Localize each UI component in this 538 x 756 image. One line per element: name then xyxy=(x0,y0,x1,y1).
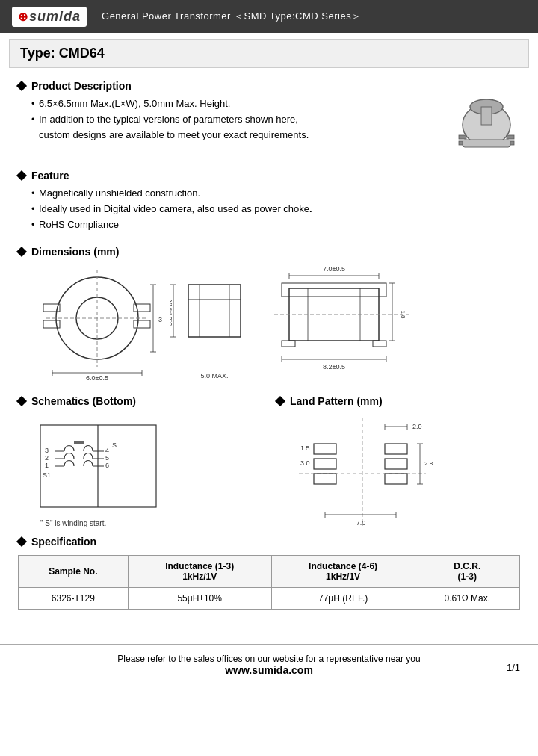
svg-rect-74 xyxy=(314,459,336,469)
col-inductance-2: Inductance (4-6)1kHz/1V xyxy=(271,556,415,588)
svg-rect-73 xyxy=(314,444,336,454)
svg-rect-3 xyxy=(459,135,466,139)
svg-rect-39 xyxy=(373,341,386,347)
svg-text:7.0±0.5: 7.0±0.5 xyxy=(323,265,345,273)
svg-text:2: 2 xyxy=(45,454,49,462)
diamond-icon-2 xyxy=(16,170,27,181)
page-footer: Please refer to the sales offices on our… xyxy=(0,644,538,682)
cell-dcr: 0.61Ω Max. xyxy=(415,588,519,610)
product-description-section: Product Description 6.5×6.5mm Max.(L×W),… xyxy=(18,80,520,156)
svg-text:5.0 MAX.: 5.0 MAX. xyxy=(200,372,228,379)
cell-inductance-1: 55μH±10% xyxy=(128,588,271,610)
component-image xyxy=(453,96,520,156)
specification-table: Sample No. Inductance (1-3)1kHz/1V Induc… xyxy=(18,555,520,610)
svg-text:S: S xyxy=(112,441,117,449)
svg-text:6.0±0.5: 6.0±0.5 xyxy=(86,374,108,382)
svg-rect-77 xyxy=(385,459,407,469)
svg-text:1: 1 xyxy=(45,462,49,469)
col-dcr: D.C.R.(1-3) xyxy=(415,556,519,588)
dimensions-front-view: 7.0±0.5 1.8 8.2±0.5 xyxy=(267,262,416,382)
svg-text:6: 6 xyxy=(105,462,109,469)
land-pattern-header: Land Pattern (mm) xyxy=(276,395,520,407)
svg-text:1.8: 1.8 xyxy=(400,311,406,320)
product-description-title: Product Description xyxy=(31,80,132,92)
svg-text:7.0: 7.0 xyxy=(356,519,366,527)
svg-text:8.2±0.5: 8.2±0.5 xyxy=(323,363,345,371)
footer-note: Please refer to the sales offices on our… xyxy=(117,654,420,664)
specification-section: Specification Sample No. Inductance (1-3… xyxy=(18,536,520,610)
svg-text:4: 4 xyxy=(105,447,109,454)
svg-rect-7 xyxy=(463,140,510,147)
page-header: ⊕ sumida General Power Transformer ＜SMD … xyxy=(0,0,538,33)
product-desc-item-1: 6.5×6.5mm Max.(L×W), 5.0mm Max. Height. xyxy=(31,96,438,112)
diamond-icon-6 xyxy=(16,536,27,547)
table-header-row: Sample No. Inductance (1-3)1kHz/1V Induc… xyxy=(19,556,520,588)
svg-text:S1: S1 xyxy=(43,471,51,479)
dimensions-header: Dimensions (mm) xyxy=(18,246,520,258)
specification-title: Specification xyxy=(31,536,96,548)
col-sample: Sample No. xyxy=(19,556,129,588)
cell-inductance-2: 77μH (REF.) xyxy=(271,588,415,610)
product-description-body: 6.5×6.5mm Max.(L×W), 5.0mm Max. Height. … xyxy=(31,96,438,143)
svg-text:3.0: 3.0 xyxy=(300,459,310,467)
product-description-row: 6.5×6.5mm Max.(L×W), 5.0mm Max. Height. … xyxy=(18,96,520,156)
dimensions-section: Dimensions (mm) xyxy=(18,246,520,382)
schematics-section: Schematics (Bottom) xyxy=(18,395,262,536)
svg-rect-24 xyxy=(188,285,241,337)
svg-text:1.5: 1.5 xyxy=(300,444,310,452)
diamond-icon-5 xyxy=(275,396,285,406)
land-pattern-drawing: 2.0 1.5 3.0 7.0 2.8 xyxy=(276,410,448,533)
cell-sample-no: 6326-T129 xyxy=(19,588,129,610)
schematics-header: Schematics (Bottom) xyxy=(18,395,262,407)
product-description-header: Product Description xyxy=(18,80,520,92)
logo: ⊕ sumida xyxy=(12,7,87,27)
logo-symbol: ⊕ xyxy=(18,10,28,24)
schematics-land-row: Schematics (Bottom) xyxy=(18,395,520,536)
svg-text:3.0: 3.0 xyxy=(158,316,162,323)
feature-title: Feature xyxy=(31,170,69,182)
header-title: General Power Transformer ＜SMD Type:CMD … xyxy=(102,10,362,23)
svg-rect-2 xyxy=(481,107,492,125)
svg-rect-5 xyxy=(507,135,514,139)
specification-header: Specification xyxy=(18,536,520,548)
product-desc-item-2: In addition to the typical versions of p… xyxy=(31,112,438,143)
land-pattern-section: Land Pattern (mm) 2.0 xyxy=(276,395,520,536)
dimensions-side-view: 5.0 MAX 5.0 MAX. xyxy=(170,262,259,382)
dimensions-top-view: 6.0±0.5 3.0 xyxy=(31,262,162,382)
schematics-title: Schematics (Bottom) xyxy=(31,395,136,407)
dimensions-drawings: 6.0±0.5 3.0 5.0 MAX xyxy=(31,262,520,382)
feature-item-3: RoHS Compliance xyxy=(31,217,520,233)
main-content: Product Description 6.5×6.5mm Max.(L×W),… xyxy=(0,74,538,629)
svg-text:5: 5 xyxy=(105,454,109,462)
svg-text:3: 3 xyxy=(45,447,49,454)
land-pattern-title: Land Pattern (mm) xyxy=(290,395,383,407)
svg-text:" S" is winding start.: " S" is winding start. xyxy=(40,519,106,527)
diamond-icon xyxy=(16,81,27,91)
logo-text: sumida xyxy=(29,9,81,25)
feature-body: Magnetically unshielded construction. Id… xyxy=(31,186,520,232)
feature-header: Feature xyxy=(18,170,520,182)
diamond-icon-4 xyxy=(16,396,27,406)
svg-text:2.0: 2.0 xyxy=(412,423,422,430)
type-bar: Type: CMD64 xyxy=(9,39,529,68)
feature-section: Feature Magnetically unshielded construc… xyxy=(18,170,520,232)
table-row: 6326-T129 55μH±10% 77μH (REF.) 0.61Ω Max… xyxy=(19,588,520,610)
feature-item-2: Ideally used in Digital video camera, al… xyxy=(31,202,520,217)
footer-url: www.sumida.com xyxy=(225,664,313,676)
dimensions-title: Dimensions (mm) xyxy=(31,246,119,258)
svg-rect-76 xyxy=(385,444,407,454)
page-number: 1/1 xyxy=(507,662,520,673)
svg-rect-34 xyxy=(282,283,386,297)
col-inductance-1: Inductance (1-3)1kHz/1V xyxy=(128,556,271,588)
schematics-drawing: 3 2 1 S1 4 5 6 S " S" is winding start. xyxy=(18,410,190,533)
diamond-icon-3 xyxy=(16,247,27,257)
svg-rect-78 xyxy=(385,474,407,484)
svg-rect-15 xyxy=(134,320,150,328)
svg-text:2.8: 2.8 xyxy=(424,460,433,467)
type-label: Type: CMD64 xyxy=(20,46,105,61)
footer-content: Please refer to the sales offices on our… xyxy=(0,644,538,682)
feature-item-1: Magnetically unshielded construction. xyxy=(31,186,520,202)
svg-text:5.0 MAX: 5.0 MAX xyxy=(170,300,173,326)
svg-rect-38 xyxy=(282,341,295,347)
svg-rect-75 xyxy=(314,474,336,484)
